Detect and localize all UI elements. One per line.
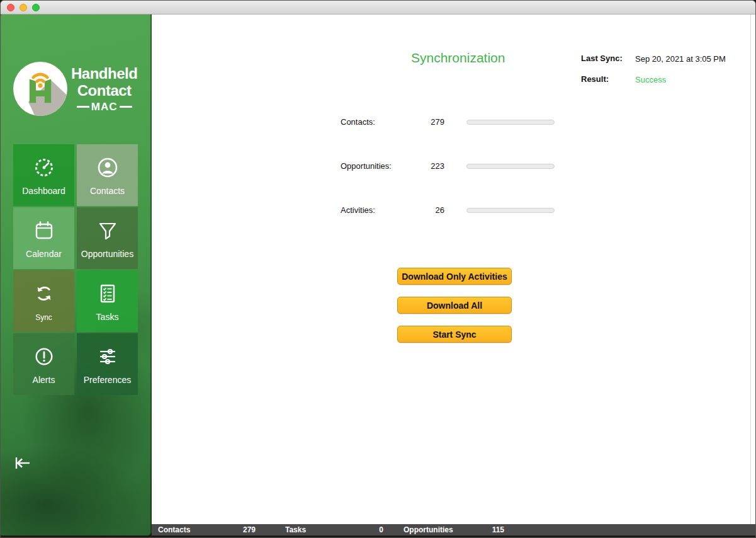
statusbar-opportunities-label: Opportunities bbox=[403, 525, 453, 534]
statusbar-tasks-value: 0 bbox=[334, 525, 383, 534]
tile-label: Calendar bbox=[26, 249, 62, 259]
tile-label: Contacts bbox=[90, 186, 125, 196]
tile-label: Alerts bbox=[33, 375, 55, 385]
activities-progress-bar bbox=[466, 208, 555, 213]
logo-dash-left bbox=[77, 106, 89, 108]
tile-label: Dashboard bbox=[22, 186, 65, 196]
sidebar-item-opportunities[interactable]: Opportunities bbox=[77, 207, 138, 269]
sidebar-item-calendar[interactable]: Calendar bbox=[13, 207, 74, 269]
sidebar-item-preferences[interactable]: Preferences bbox=[77, 333, 138, 395]
calendar-icon bbox=[33, 218, 55, 243]
checklist-icon bbox=[96, 281, 119, 306]
sliders-icon bbox=[96, 344, 119, 369]
sidebar-nav: Dashboard Contacts bbox=[13, 144, 138, 395]
sidebar-item-sync[interactable]: Sync bbox=[13, 270, 74, 332]
sync-row-label: Contacts: bbox=[341, 117, 375, 127]
app-logo: Handheld Contact MAC bbox=[13, 62, 137, 116]
sidebar-item-alerts[interactable]: Alerts bbox=[13, 333, 74, 395]
tile-label: Opportunities bbox=[81, 249, 133, 259]
logo-text-line3: MAC bbox=[91, 101, 118, 113]
tile-label: Tasks bbox=[96, 312, 119, 322]
sidebar-item-contacts[interactable]: Contacts bbox=[77, 144, 138, 206]
last-sync-label: Last Sync: bbox=[581, 54, 623, 63]
statusbar-contacts-label: Contacts bbox=[158, 525, 190, 534]
statusbar-contacts-value: 279 bbox=[215, 525, 256, 534]
sync-row-label: Opportunities: bbox=[341, 161, 392, 171]
download-only-activities-button[interactable]: Download Only Activities bbox=[397, 268, 512, 285]
start-sync-button[interactable]: Start Sync bbox=[397, 326, 512, 343]
main-content: Synchronization Last Sync: Sep 20, 2021 … bbox=[152, 14, 755, 535]
status-bar: Contacts 279 Tasks 0 Opportunities 115 bbox=[152, 524, 755, 535]
minimize-window-button[interactable] bbox=[20, 4, 27, 11]
logo-text-line1: Handheld bbox=[71, 65, 137, 82]
sidebar: Handheld Contact MAC bbox=[1, 14, 152, 535]
statusbar-tasks-label: Tasks bbox=[285, 525, 306, 534]
alert-circle-icon bbox=[33, 344, 55, 369]
speedometer-icon bbox=[33, 155, 55, 180]
sync-row-count: 223 bbox=[391, 161, 444, 171]
sync-row-count: 26 bbox=[391, 205, 444, 215]
sidebar-item-tasks[interactable]: Tasks bbox=[77, 270, 138, 332]
collapse-left-icon bbox=[14, 455, 31, 471]
result-label: Result: bbox=[581, 74, 609, 84]
statusbar-opportunities-value: 115 bbox=[454, 525, 504, 534]
app-window: Handheld Contact MAC bbox=[0, 0, 756, 538]
zoom-window-button[interactable] bbox=[32, 4, 40, 11]
titlebar[interactable] bbox=[1, 1, 755, 14]
sync-row-label: Activities: bbox=[341, 205, 375, 215]
logo-dash-right bbox=[120, 106, 132, 108]
close-window-button[interactable] bbox=[7, 4, 14, 11]
tile-label: Sync bbox=[35, 313, 52, 322]
sync-row-count: 279 bbox=[391, 117, 444, 127]
download-all-button[interactable]: Download All bbox=[397, 297, 512, 314]
person-circle-icon bbox=[96, 155, 119, 180]
collapse-sidebar-button[interactable] bbox=[14, 455, 31, 471]
sync-arrows-icon bbox=[33, 281, 55, 306]
result-value: Success bbox=[635, 75, 666, 84]
logo-text-line2: Contact bbox=[71, 82, 137, 99]
contacts-progress-bar bbox=[466, 120, 555, 125]
last-sync-value: Sep 20, 2021 at 3:05 PM bbox=[635, 54, 726, 64]
sidebar-item-dashboard[interactable]: Dashboard bbox=[13, 144, 74, 206]
tile-label: Preferences bbox=[84, 375, 131, 385]
page-title: Synchronization bbox=[411, 50, 505, 66]
funnel-icon bbox=[96, 218, 119, 243]
window-bottom-edge bbox=[1, 535, 755, 537]
opportunities-progress-bar bbox=[466, 164, 555, 169]
handheld-contact-logo-icon bbox=[13, 62, 67, 116]
